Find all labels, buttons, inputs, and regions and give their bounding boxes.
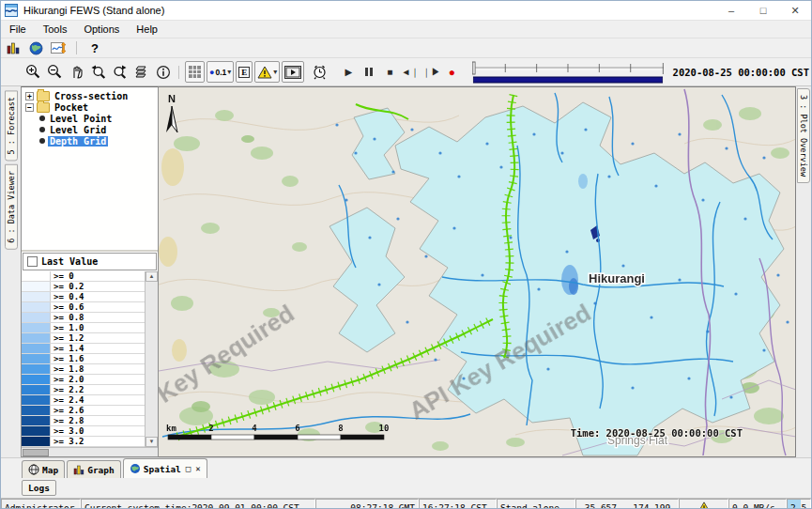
tab-plot-overview[interactable]: 3 : Plot Overview: [797, 88, 810, 183]
view-tab-bar: Map Graph Spatial □ ✕: [1, 457, 811, 478]
expand-icon[interactable]: +: [25, 92, 34, 100]
legend-row[interactable]: >= 2.2: [22, 385, 145, 395]
legend-row[interactable]: >= 0: [22, 271, 145, 282]
legend-color-swatch: [22, 271, 51, 281]
toolbar-separator: [178, 66, 179, 79]
menu-file[interactable]: File: [1, 23, 35, 35]
tab-spatial-active[interactable]: Spatial □ ✕: [123, 458, 207, 478]
pan-hand-button[interactable]: [67, 62, 86, 82]
tree-node-level-point[interactable]: Level Point: [22, 113, 158, 124]
tree-node-level-grid[interactable]: Level Grid: [22, 124, 158, 135]
tree-node-label-selected[interactable]: Depth Grid: [48, 136, 108, 147]
legend-row[interactable]: >= 0.8: [22, 313, 145, 323]
legend-title: Last Value: [41, 256, 98, 267]
database-chart-icon[interactable]: [5, 40, 22, 55]
legend-row[interactable]: >= 1.8: [22, 364, 145, 375]
legend-row[interactable]: >= 2.4: [22, 395, 145, 406]
last-value-checkbox[interactable]: [27, 256, 38, 267]
zoom-next-button[interactable]: [110, 62, 130, 82]
legend-value-label: >= 3.2: [51, 437, 145, 446]
status-local-time: 16:27:18 CST: [419, 499, 497, 509]
legend-value-label: >= 0: [51, 271, 145, 281]
maximize-button[interactable]: □: [747, 1, 779, 20]
legend-row[interactable]: >= 0.2: [22, 282, 145, 292]
status-download-rate: 0.0 MB/s: [728, 499, 787, 509]
tree-node-pocket[interactable]: − Pocket: [22, 101, 158, 113]
legend-header: Last Value: [23, 253, 157, 270]
legend-value-label: >= 2.2: [51, 385, 145, 394]
stop-button[interactable]: ■: [380, 63, 399, 82]
globe-explorer-icon[interactable]: [27, 40, 44, 55]
status-warning-cell[interactable]: [679, 499, 728, 509]
tree-node-label[interactable]: Level Point: [48, 114, 114, 124]
tab-data-viewer[interactable]: 6 : Data Viewer: [5, 164, 18, 250]
legend-color-swatch: [22, 437, 51, 446]
tree-node-depth-grid[interactable]: Depth Grid: [22, 135, 158, 147]
legend-color-swatch: [22, 282, 51, 291]
legend-value-label: >= 1.8: [51, 364, 145, 374]
time-slider[interactable]: [472, 61, 665, 84]
legend-color-swatch: [22, 375, 51, 384]
legend-row[interactable]: >= 0.4: [22, 292, 145, 302]
pause-button[interactable]: [360, 63, 378, 82]
legend-row[interactable]: >= 1.6: [22, 354, 145, 364]
labels-toggle-button[interactable]: E: [236, 61, 253, 83]
close-button[interactable]: ✕: [779, 1, 811, 20]
legend-row[interactable]: >= 3.0: [22, 426, 145, 437]
legend-value-label: >= 1.6: [51, 354, 145, 363]
zoom-in-button[interactable]: [23, 62, 43, 82]
layers-button[interactable]: [131, 62, 151, 82]
main-area: 5 : Forecast 6 : Data Viewer + Cross-sec…: [1, 86, 811, 457]
first-frame-button[interactable]: ◄｜: [401, 63, 420, 82]
menu-help[interactable]: Help: [128, 23, 166, 35]
map-viewport[interactable]: API Key Required API Key Required N km 2…: [159, 86, 796, 457]
tree-node-label[interactable]: Level Grid: [48, 125, 108, 135]
legend-row[interactable]: >= 2.0: [22, 375, 145, 385]
help-button[interactable]: ?: [86, 40, 103, 55]
map-time-label: Time: 2020-08-25 00:00:00 CST: [571, 427, 743, 439]
zoom-out-button[interactable]: [45, 62, 65, 82]
animation-movie-button[interactable]: [282, 61, 304, 83]
legend-row[interactable]: >= 3.2: [22, 437, 145, 447]
timeseries-edit-icon[interactable]: [50, 40, 67, 55]
minimize-button[interactable]: –: [715, 1, 747, 20]
legend-vertical-scrollbar[interactable]: ▲ ▼: [145, 271, 158, 447]
svg-text:4: 4: [252, 424, 257, 433]
info-button[interactable]: [153, 62, 173, 82]
scroll-up-icon[interactable]: ▲: [146, 271, 158, 282]
legend-row[interactable]: >= 1.0: [22, 323, 145, 333]
tree-node-label[interactable]: Cross-section: [53, 91, 130, 101]
legend-row[interactable]: >= 2.6: [22, 406, 145, 416]
menu-options[interactable]: Options: [75, 23, 128, 35]
thresholds-warning-dropdown[interactable]: ▾: [254, 61, 280, 83]
menu-tools[interactable]: Tools: [35, 23, 76, 35]
record-button[interactable]: ●: [442, 63, 461, 82]
legend-row[interactable]: >= 2.8: [22, 416, 145, 426]
tab-forecast[interactable]: 5 : Forecast: [5, 90, 18, 161]
status-mode: Stand alone: [497, 499, 575, 509]
collapse-icon[interactable]: −: [25, 103, 34, 112]
time-slider-thumb: [473, 62, 476, 74]
tab-graph[interactable]: Graph: [67, 460, 121, 478]
play-button[interactable]: ▶: [339, 63, 358, 82]
animation-timer-button[interactable]: [310, 62, 329, 82]
legend-horizontal-scrollbar[interactable]: [22, 447, 158, 456]
logs-button[interactable]: Logs: [22, 480, 56, 496]
main-toolbar: ?: [1, 39, 811, 58]
scroll-down-icon[interactable]: ▼: [146, 437, 158, 447]
layer-tree: + Cross-section − Pocket Level Point: [22, 87, 158, 252]
legend-row[interactable]: >= 0.6: [22, 302, 145, 313]
classification-threshold-dropdown[interactable]: ● 0.1 ▾: [207, 61, 234, 83]
grid-display-toggle[interactable]: [185, 61, 205, 83]
logs-row: Logs: [1, 478, 811, 498]
tab-maximize-icon[interactable]: □: [186, 464, 191, 473]
tab-map[interactable]: Map: [22, 460, 65, 478]
legend-row[interactable]: >= 1.4: [22, 344, 145, 354]
legend-row[interactable]: >= 1.2: [22, 333, 145, 344]
zoom-previous-button[interactable]: [88, 62, 108, 82]
warning-triangle-icon: [257, 66, 272, 79]
town-label: Hikurangi: [589, 271, 645, 285]
last-frame-button[interactable]: ｜▶: [421, 63, 440, 82]
tree-node-label[interactable]: Pocket: [53, 102, 90, 113]
tab-close-icon[interactable]: ✕: [195, 464, 200, 473]
